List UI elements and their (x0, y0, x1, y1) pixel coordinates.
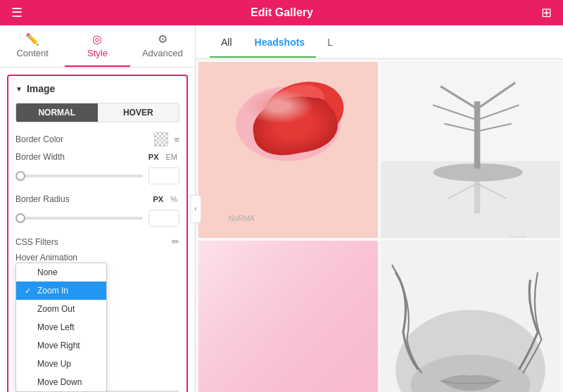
gallery-tab-all-label: All (221, 37, 232, 48)
gallery-item-face[interactable] (381, 241, 560, 392)
color-swatch[interactable] (154, 132, 168, 146)
border-width-px-unit[interactable]: PX (146, 152, 161, 162)
image-section-title: Image (27, 83, 55, 94)
main-layout: ✏️ Content ◎ Style ⚙ Advanced ▼ Image (0, 25, 563, 392)
border-color-row: Border Color ≡ (15, 132, 179, 146)
tab-content[interactable]: ✏️ Content (0, 25, 65, 67)
hover-option-none[interactable]: None (16, 263, 106, 282)
all-tab-underline (210, 56, 243, 58)
page-title: Edit Gallery (251, 6, 313, 19)
svg-point-4 (299, 98, 329, 120)
svg-text:AgneS: AgneS (507, 234, 526, 239)
lines-icon[interactable]: ≡ (174, 134, 179, 145)
advanced-tab-icon: ⚙ (158, 32, 167, 46)
border-radius-slider-thumb[interactable] (15, 213, 25, 223)
css-filters-row: CSS Filters ✏ (15, 236, 179, 247)
border-width-slider-track (15, 175, 143, 177)
hover-move-down-label: Move Down (37, 377, 82, 387)
style-tab-label: Style (87, 48, 108, 58)
gallery-tab-l-label: L (327, 37, 333, 48)
gallery-tab-l[interactable]: L (316, 27, 344, 58)
svg-rect-26 (381, 241, 560, 392)
css-filters-edit-icon[interactable]: ✏ (172, 236, 179, 247)
border-radius-percent-unit[interactable]: % (168, 194, 179, 204)
image-section-header: ▼ Image (15, 83, 179, 94)
advanced-tab-label: Advanced (142, 48, 183, 58)
gallery-item-lips[interactable]: NoRMA (198, 62, 378, 238)
border-color-label: Border Color (15, 134, 154, 144)
border-radius-slider-input (15, 210, 179, 227)
left-panel: ✏️ Content ◎ Style ⚙ Advanced ▼ Image (0, 25, 196, 392)
hover-animation-dropdown: None ✓ Zoom In Zoom Out (15, 263, 107, 392)
hover-option-move-down[interactable]: Move Down (16, 373, 106, 391)
hover-option-zoom-out[interactable]: Zoom Out (16, 300, 106, 318)
hover-move-up-label: Move Up (37, 359, 71, 369)
border-width-input[interactable] (148, 167, 179, 184)
hover-zoom-in-label: Zoom In (37, 286, 68, 296)
svg-rect-9 (474, 101, 481, 169)
style-tab-icon: ◎ (92, 32, 102, 46)
hover-move-left-label: Move Left (37, 322, 75, 332)
border-color-controls: ≡ (154, 132, 179, 146)
hover-option-move-left[interactable]: Move Left (16, 318, 106, 336)
border-width-slider-row (15, 167, 179, 184)
gallery-item-tree[interactable]: AgneS (381, 62, 560, 238)
gallery-item-pink[interactable]: flowers... (198, 241, 378, 392)
border-width-slider-container (15, 170, 143, 182)
state-hover-button[interactable]: HOVER (98, 103, 179, 122)
grid-icon[interactable]: ⊞ (541, 5, 552, 20)
hamburger-menu-icon[interactable]: ☰ (11, 5, 23, 20)
border-radius-row: Border Radius PX % (15, 194, 179, 204)
border-radius-units: PX % (151, 194, 179, 204)
border-width-slider-input (15, 167, 179, 184)
tab-style[interactable]: ◎ Style (65, 25, 129, 67)
hover-option-move-right[interactable]: Move Right (16, 336, 106, 355)
border-width-em-unit[interactable]: EM (164, 152, 180, 162)
content-tab-icon: ✏️ (25, 32, 39, 46)
hover-animation-label: Hover Animation (15, 253, 179, 263)
right-panel: All Headshots L NoRMA (196, 25, 563, 392)
hover-none-label: None (37, 267, 58, 277)
gallery-grid: NoRMA (196, 59, 563, 392)
svg-rect-16 (474, 176, 481, 213)
header: ☰ Edit Gallery ⊞ (0, 0, 563, 25)
lips-image-svg: NoRMA (198, 62, 378, 238)
border-radius-slider-container (15, 213, 143, 224)
border-radius-px-unit[interactable]: PX (151, 194, 166, 204)
image-section: ▼ Image NORMAL HOVER Border Color ≡ (7, 75, 188, 392)
hover-option-zoom-in[interactable]: ✓ Zoom In (16, 282, 106, 300)
border-radius-slider-track (15, 217, 143, 220)
border-width-units: PX EM (146, 152, 179, 162)
gallery-tabs: All Headshots L (196, 25, 563, 59)
content-tab-label: Content (16, 48, 49, 58)
hover-option-move-up[interactable]: Move Up (16, 355, 106, 373)
gallery-tab-headshots-label: Headshots (255, 37, 305, 48)
border-radius-slider-row (15, 210, 179, 227)
css-filters-label: CSS Filters (15, 237, 172, 247)
pink-image-svg: flowers... (198, 241, 378, 392)
gallery-tab-headshots[interactable]: Headshots (243, 27, 317, 58)
panel-content: ▼ Image NORMAL HOVER Border Color ≡ (0, 68, 195, 392)
border-width-row: Border Width PX EM (15, 152, 179, 162)
state-normal-button[interactable]: NORMAL (16, 103, 98, 122)
tree-image-svg: AgneS (381, 62, 560, 238)
panel-collapse-handle[interactable]: ‹ (190, 195, 201, 223)
hover-move-right-label: Move Right (37, 341, 80, 350)
section-collapse-icon[interactable]: ▼ (15, 85, 23, 93)
border-width-label: Border Width (15, 152, 146, 162)
border-width-slider-thumb[interactable] (15, 171, 25, 181)
hover-zoom-in-check: ✓ (25, 286, 33, 296)
border-radius-label: Border Radius (15, 194, 151, 204)
hover-animation-row: Hover Animation None ✓ Zoom In (15, 253, 179, 368)
panel-tabs: ✏️ Content ◎ Style ⚙ Advanced (0, 25, 195, 68)
svg-text:NoRMA: NoRMA (229, 214, 255, 222)
hover-animation-dropdown-container: None ✓ Zoom In Zoom Out (15, 263, 179, 368)
hover-zoom-out-label: Zoom Out (37, 304, 75, 314)
svg-rect-21 (198, 241, 378, 392)
border-radius-input[interactable] (148, 210, 179, 227)
tab-advanced[interactable]: ⚙ Advanced (130, 25, 195, 67)
face-image-svg (381, 241, 560, 392)
gallery-tab-all[interactable]: All (210, 27, 243, 58)
state-toggle: NORMAL HOVER (15, 103, 179, 122)
